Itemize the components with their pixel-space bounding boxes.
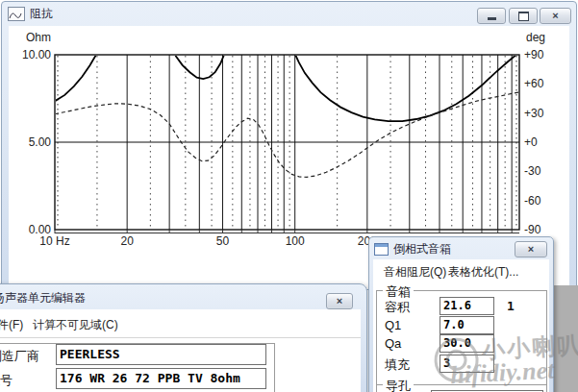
impedance-window-title: 阻抗: [30, 6, 53, 22]
menu-calc-invisible-domain[interactable]: 计算不可见域(C): [33, 317, 118, 333]
close-icon: ×: [552, 11, 558, 21]
volume-label: 容积: [385, 299, 410, 316]
qa-label: Qa: [385, 336, 401, 351]
volume-unit: 1: [507, 299, 515, 313]
qa-input[interactable]: 30.0: [440, 334, 494, 353]
dialog-window-icon: [374, 243, 389, 256]
menu-damping[interactable]: 音相阻尼(Q): [384, 264, 446, 281]
filling-label: 填充: [385, 356, 410, 374]
menu-separator: [0, 337, 361, 338]
q1-input[interactable]: 7.0: [440, 316, 494, 334]
q1-label: Q1: [385, 318, 401, 332]
speaker-editor-client: 文件(F) 计算不可见域(C) 制造厂商 PEERLESS 型号 176 WR …: [0, 309, 361, 392]
manufacturer-input[interactable]: PEERLESS: [56, 344, 266, 365]
speaker-editor-title: 扬声器单元编辑器: [0, 290, 86, 306]
close-icon: ×: [528, 244, 534, 255]
speaker-editor-titlebar[interactable]: 扬声器单元编辑器: [0, 284, 366, 307]
model-input[interactable]: 176 WR 26 72 PPB TV 8ohm: [56, 368, 266, 389]
speaker-editor-window: 扬声器单元编辑器 × 文件(F) 计算不可见域(C) 制造厂商 PEERLESS…: [0, 283, 367, 392]
menu-file[interactable]: 文件(F): [0, 317, 23, 333]
background-window-edge: [551, 285, 578, 392]
filling-input[interactable]: 3: [440, 355, 494, 373]
dialog-close-button[interactable]: ×: [515, 241, 547, 257]
manufacturer-label: 制造厂商: [0, 348, 39, 365]
bass-reflex-dialog-title: 倒相式音箱: [393, 241, 451, 257]
close-button[interactable]: ×: [540, 8, 571, 24]
minimize-button[interactable]: [477, 8, 506, 24]
maximize-icon: [518, 12, 529, 21]
editor-close-button[interactable]: ×: [326, 293, 353, 309]
model-label: 型号: [0, 372, 13, 389]
menu-table-optimize[interactable]: 表格优化(T)...: [448, 264, 518, 281]
maximize-button[interactable]: [509, 8, 538, 24]
bass-reflex-dialog: 倒相式音箱 × 音相阻尼(Q) 表格优化(T)... 音箱 容积 21.6 1 …: [368, 236, 554, 392]
close-icon: ×: [337, 296, 342, 306]
waveform-icon: [8, 7, 25, 21]
port-group-label: 导孔: [383, 378, 414, 392]
screen: 阻抗 × Ohm deg 10.005.000.00+90+60+30+0-30…: [0, 0, 578, 392]
volume-input[interactable]: 21.6: [440, 297, 494, 315]
bass-reflex-dialog-client: 音相阻尼(Q) 表格优化(T)... 音箱 容积 21.6 1 Q1 7.0 Q…: [373, 259, 549, 392]
minimize-icon: [488, 17, 496, 20]
